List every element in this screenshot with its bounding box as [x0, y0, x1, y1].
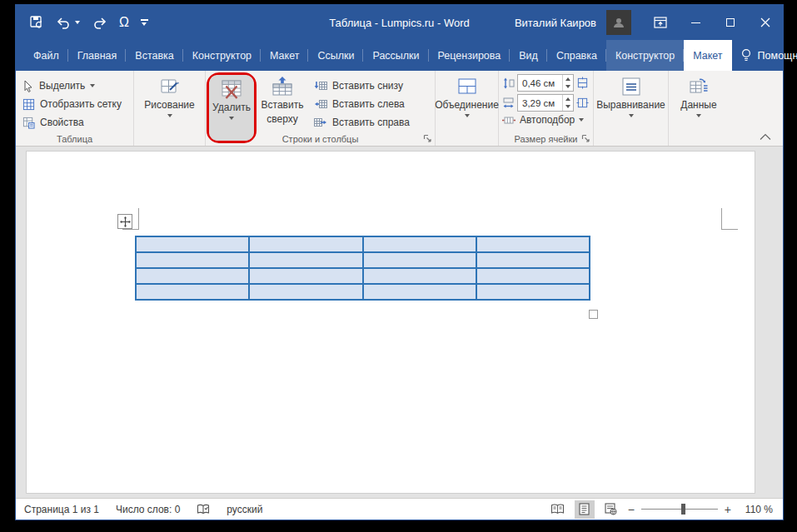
- table-cell[interactable]: [363, 252, 476, 268]
- column-width-up[interactable]: [563, 95, 573, 103]
- document-page[interactable]: [26, 151, 755, 494]
- insert-right-label: Вставить справа: [332, 117, 410, 128]
- tab-review[interactable]: Рецензирова: [429, 40, 511, 71]
- insert-below-button[interactable]: Вставить снизу: [307, 77, 416, 95]
- tab-file[interactable]: Файл: [24, 40, 68, 71]
- insert-left-label: Вставить слева: [332, 98, 405, 110]
- page-indicator-label: Страница 1 из 1: [24, 504, 99, 515]
- tell-me-button[interactable]: Помощн: [732, 40, 797, 71]
- autofit-button[interactable]: Автоподбор: [502, 114, 593, 126]
- table-cell[interactable]: [136, 284, 249, 300]
- word-count[interactable]: Число слов: 0: [116, 504, 180, 515]
- tab-table-layout[interactable]: Макет: [684, 40, 731, 71]
- web-layout-button[interactable]: [601, 500, 621, 519]
- tab-home[interactable]: Главная: [68, 40, 127, 71]
- autofit-label: Автоподбор: [520, 114, 575, 126]
- row-height-up[interactable]: [563, 75, 573, 83]
- insert-left-button[interactable]: Вставить слева: [307, 95, 416, 113]
- column-width-input[interactable]: 3,29 см: [517, 94, 574, 112]
- zoom-out-button[interactable]: −: [628, 503, 635, 516]
- table-cell[interactable]: [249, 268, 362, 284]
- tab-references[interactable]: Ссылки: [308, 40, 363, 71]
- symbol-omega-button[interactable]: Ω: [119, 16, 129, 29]
- tab-design[interactable]: Конструктор: [183, 40, 261, 71]
- read-mode-button[interactable]: [548, 500, 568, 519]
- maximize-button[interactable]: [713, 5, 748, 40]
- merge-cells-icon: [456, 76, 478, 97]
- alignment-button[interactable]: Выравнивание: [596, 71, 666, 132]
- distribute-rows-icon[interactable]: [576, 77, 589, 89]
- rows-cols-dialog-launcher[interactable]: [423, 134, 432, 143]
- table-cell[interactable]: [363, 284, 476, 300]
- table-cell[interactable]: [249, 236, 362, 252]
- table-cell[interactable]: [476, 284, 590, 300]
- user-name[interactable]: Виталий Каиров: [515, 17, 596, 29]
- tab-mailings[interactable]: Рассылки: [363, 40, 428, 71]
- group-alignment: Выравнивание: [594, 71, 669, 146]
- table-cell[interactable]: [363, 236, 476, 252]
- table-cell[interactable]: [363, 268, 476, 284]
- group-table: Выделить Отобразить сетку Свойства Табли…: [16, 71, 134, 146]
- user-avatar[interactable]: [606, 10, 631, 35]
- view-gridlines-label: Отобразить сетку: [40, 98, 122, 110]
- table-cell[interactable]: [476, 268, 590, 284]
- customize-qat-button[interactable]: [141, 19, 148, 26]
- column-width-icon: [502, 97, 515, 110]
- word-window: Ω Таблица - Lumpics.ru - Word Виталий Ка…: [15, 4, 784, 520]
- column-width-down[interactable]: [563, 103, 573, 112]
- zoom-level[interactable]: 110 %: [738, 504, 773, 515]
- insert-above-label-2: сверху: [266, 114, 297, 126]
- row-height-down[interactable]: [563, 83, 573, 92]
- page-indicator[interactable]: Страница 1 из 1: [24, 504, 99, 515]
- select-button[interactable]: Выделить: [16, 77, 133, 95]
- insert-above-button[interactable]: Вставить сверху: [257, 72, 307, 132]
- tab-view[interactable]: Вид: [510, 40, 547, 71]
- print-layout-button[interactable]: [575, 500, 595, 519]
- zoom-slider[interactable]: [641, 509, 718, 510]
- table-cell[interactable]: [136, 268, 249, 284]
- table-resize-handle[interactable]: [589, 310, 598, 319]
- language-indicator[interactable]: русский: [227, 504, 262, 515]
- delete-dropdown-caret: [229, 117, 234, 120]
- doc-table[interactable]: [135, 236, 590, 301]
- tab-layout[interactable]: Макет: [261, 40, 308, 71]
- table-move-handle[interactable]: [117, 214, 132, 229]
- row-height-input[interactable]: 0,46 см: [517, 74, 574, 92]
- insert-right-button[interactable]: Вставить справа: [307, 113, 416, 132]
- table-cell[interactable]: [476, 236, 590, 252]
- data-button[interactable]: Данные: [674, 71, 724, 132]
- view-gridlines-button[interactable]: Отобразить сетку: [16, 95, 133, 113]
- close-button[interactable]: [748, 5, 783, 40]
- undo-dropdown-caret[interactable]: [75, 21, 80, 24]
- tell-me-label: Помощн: [758, 50, 797, 62]
- zoom-slider-thumb[interactable]: [681, 504, 685, 515]
- table-cell[interactable]: [476, 252, 590, 268]
- ribbon-display-options-button[interactable]: [643, 5, 678, 40]
- group-cell-size-label: Размер ячейки: [499, 134, 593, 144]
- redo-button[interactable]: [92, 16, 107, 29]
- zoom-in-button[interactable]: +: [725, 503, 731, 516]
- delete-button[interactable]: Удалить: [209, 75, 254, 141]
- minimize-button[interactable]: [678, 5, 713, 40]
- draw-dropdown-caret: [167, 114, 172, 117]
- draw-table-button[interactable]: Рисование: [144, 71, 196, 132]
- table-cell[interactable]: [136, 236, 249, 252]
- distribute-columns-icon[interactable]: [576, 97, 589, 109]
- undo-button[interactable]: [56, 16, 80, 29]
- table-cell[interactable]: [136, 252, 249, 268]
- table-cell[interactable]: [249, 284, 362, 300]
- tab-insert[interactable]: Вставка: [126, 40, 182, 71]
- save-icon[interactable]: [29, 15, 44, 30]
- lightbulb-icon: [740, 48, 752, 62]
- tab-help[interactable]: Справка: [547, 40, 606, 71]
- properties-button[interactable]: Свойства: [16, 113, 133, 132]
- collapse-ribbon-button[interactable]: [760, 133, 771, 141]
- cell-size-dialog-launcher[interactable]: [581, 134, 590, 143]
- table-cell[interactable]: [249, 252, 362, 268]
- proofing-status[interactable]: [197, 504, 210, 515]
- merge-button[interactable]: Объединение: [437, 71, 497, 132]
- insert-below-icon: [314, 79, 327, 92]
- tab-table-design[interactable]: Конструктор: [606, 40, 684, 71]
- merge-label: Объединение: [435, 100, 499, 112]
- quick-access-toolbar: Ω: [29, 15, 148, 30]
